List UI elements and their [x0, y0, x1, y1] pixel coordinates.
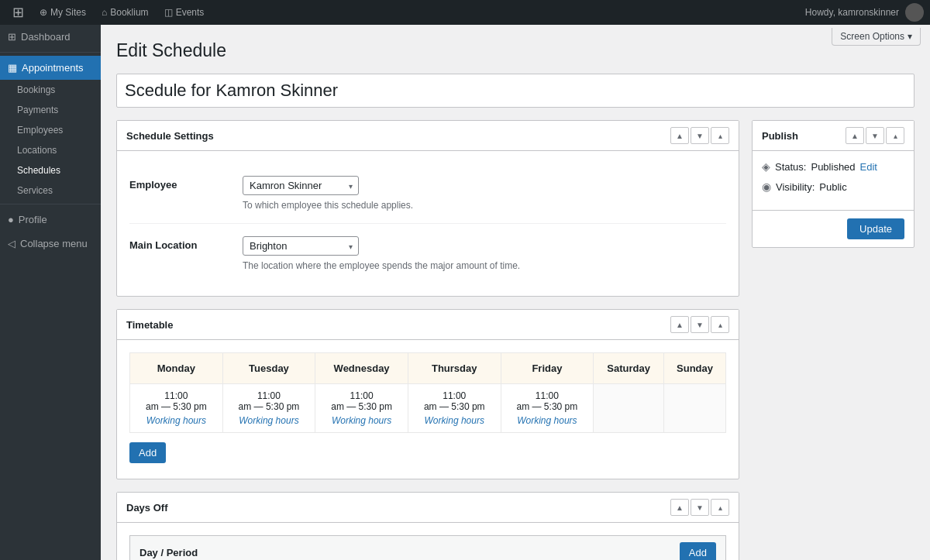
timetable-add-button[interactable]: Add	[129, 442, 166, 463]
monday-time: 11:00am — 5:30 pm	[136, 390, 216, 412]
days-off-header-row: Day / Period Add	[130, 536, 726, 561]
panel-minimize-button[interactable]: ▴	[711, 127, 729, 144]
friday-working-hours-link[interactable]: Working hours	[508, 415, 587, 426]
timetable-collapse-down-button[interactable]: ▼	[691, 316, 709, 333]
visibility-icon: ◉	[762, 180, 771, 193]
days-off-table: Day / Period Add No items found	[129, 535, 726, 560]
location-select-wrapper: Brighton London Manchester ▾	[243, 236, 359, 256]
employee-hint: To which employee this schedule applies.	[243, 200, 726, 211]
calendar-icon: ◫	[164, 7, 173, 18]
sidebar-item-bookings[interactable]: Bookings	[0, 80, 101, 100]
timetable-controls: ▲ ▼ ▴	[670, 316, 729, 333]
publish-footer: Update	[753, 210, 914, 247]
thursday-working-hours-link[interactable]: Working hours	[415, 415, 494, 426]
admin-bar-right: Howdy, kamronskinner	[805, 3, 924, 22]
panel-collapse-up-button[interactable]: ▲	[670, 127, 689, 144]
editor-layout: Schedule Settings ▲ ▼ ▴ Employee Kamro	[116, 120, 914, 560]
days-off-collapse-down-button[interactable]: ▼	[691, 499, 709, 516]
friday-time: 11:00am — 5:30 pm	[508, 390, 587, 412]
thursday-time: 11:00am — 5:30 pm	[415, 390, 494, 412]
day-sunday: Sunday	[664, 353, 726, 384]
friday-cell: 11:00am — 5:30 pm Working hours	[501, 384, 594, 433]
sidebar-divider-2	[0, 204, 101, 204]
employee-select-wrapper: Kamron Skinner ▾	[243, 176, 359, 195]
sidebar-item-dashboard[interactable]: ⊞ Dashboard	[0, 25, 101, 49]
monday-working-hours-link[interactable]: Working hours	[136, 415, 216, 426]
screen-options-button[interactable]: Screen Options ▾	[832, 28, 921, 46]
sidebar-item-profile[interactable]: ● Profile	[0, 208, 101, 232]
timetable-collapse-up-button[interactable]: ▲	[670, 316, 689, 333]
howdy-text: Howdy, kamronskinner	[805, 7, 899, 18]
publish-body: ◈ Status: Published Edit ◉ Visibility: P…	[753, 151, 914, 210]
visibility-label: Visibility:	[776, 181, 815, 193]
status-label: Status:	[775, 161, 806, 173]
sidebar-item-employees[interactable]: Employees	[0, 120, 101, 140]
days-off-controls: ▲ ▼ ▴	[670, 499, 729, 516]
sidebar-item-payments[interactable]: Payments	[0, 100, 101, 120]
wednesday-time: 11:00am — 5:30 pm	[322, 390, 401, 412]
days-off-collapse-up-button[interactable]: ▲	[670, 499, 689, 516]
publish-header: Publish ▲ ▼ ▴	[753, 121, 914, 151]
table-row: 11:00am — 5:30 pm Working hours 11:00am …	[130, 384, 726, 433]
tuesday-working-hours-link[interactable]: Working hours	[229, 415, 309, 426]
location-select[interactable]: Brighton London Manchester	[243, 236, 359, 256]
sidebar-divider	[0, 52, 101, 53]
status-edit-link[interactable]: Edit	[860, 161, 877, 173]
tuesday-cell: 11:00am — 5:30 pm Working hours	[222, 384, 315, 433]
update-button[interactable]: Update	[847, 218, 904, 239]
timetable-footer: Add	[129, 433, 726, 466]
timetable-minimize-button[interactable]: ▴	[711, 316, 729, 333]
events-menu[interactable]: ◫ Events	[158, 0, 211, 25]
sidebar-item-schedules[interactable]: Schedules	[0, 160, 101, 180]
employee-field: Kamron Skinner ▾ To which employee this …	[243, 176, 726, 211]
chevron-down-icon: ▾	[908, 31, 912, 42]
booklium-menu[interactable]: ⌂ Booklium	[95, 0, 155, 25]
timetable-panel: Timetable ▲ ▼ ▴ Monday Tuesday Wednes	[116, 309, 739, 479]
day-monday: Monday	[130, 353, 223, 384]
panel-collapse-down-button[interactable]: ▼	[691, 127, 709, 144]
publish-collapse-up-button[interactable]: ▲	[846, 127, 864, 144]
tuesday-time: 11:00am — 5:30 pm	[229, 390, 309, 412]
collapse-icon: ◁	[8, 238, 16, 249]
employee-select[interactable]: Kamron Skinner	[243, 176, 359, 195]
home-icon: ⌂	[102, 7, 107, 18]
days-off-header: Days Off ▲ ▼ ▴	[117, 493, 739, 523]
sidebar-item-locations[interactable]: Locations	[0, 140, 101, 160]
saturday-cell	[594, 384, 664, 433]
location-hint: The location where the employee spends t…	[243, 260, 726, 271]
editor-main: Schedule Settings ▲ ▼ ▴ Employee Kamro	[116, 120, 739, 560]
days-off-add-button[interactable]: Add	[680, 542, 716, 560]
day-saturday: Saturday	[594, 353, 664, 384]
wednesday-working-hours-link[interactable]: Working hours	[322, 415, 401, 426]
location-row: Main Location Brighton London Manchester…	[129, 223, 726, 283]
wp-logo[interactable]: ⊞	[6, 0, 30, 25]
status-icon: ◈	[762, 160, 770, 173]
day-period-column: Day / Period Add	[130, 536, 726, 561]
sidebar-item-collapse[interactable]: ◁ Collapse menu	[0, 232, 101, 256]
main-content: Edit Schedule Scedule for Kamron Skinner…	[101, 25, 930, 560]
timetable-header-row: Monday Tuesday Wednesday Thursday Friday…	[130, 353, 726, 384]
my-sites-menu[interactable]: ⊕ My Sites	[33, 0, 92, 25]
sidebar-item-services[interactable]: Services	[0, 180, 101, 201]
day-tuesday: Tuesday	[222, 353, 315, 384]
sites-icon: ⊕	[40, 7, 47, 18]
days-off-panel: Days Off ▲ ▼ ▴ Day / Period	[116, 492, 739, 560]
wednesday-cell: 11:00am — 5:30 pm Working hours	[315, 384, 408, 433]
wp-icon: ⊞	[12, 4, 24, 21]
sidebar-item-appointments[interactable]: ▦ Appointments	[0, 56, 101, 80]
thursday-cell: 11:00am — 5:30 pm Working hours	[408, 384, 501, 433]
day-wednesday: Wednesday	[315, 353, 408, 384]
screen-options-bar: Screen Options ▾	[822, 25, 930, 49]
days-off-minimize-button[interactable]: ▴	[711, 499, 729, 516]
location-label: Main Location	[129, 236, 230, 251]
day-friday: Friday	[501, 353, 594, 384]
publish-minimize-button[interactable]: ▴	[886, 127, 904, 144]
days-off-header-inner: Day / Period Add	[140, 542, 716, 560]
publish-controls: ▲ ▼ ▴	[846, 127, 904, 144]
publish-collapse-down-button[interactable]: ▼	[866, 127, 884, 144]
days-off-body: Day / Period Add No items found	[117, 523, 739, 560]
timetable-header: Timetable ▲ ▼ ▴	[117, 310, 739, 340]
schedule-title-input[interactable]: Scedule for Kamron Skinner	[116, 74, 914, 108]
schedule-settings-header: Schedule Settings ▲ ▼ ▴	[117, 121, 739, 151]
editor-sidebar: Publish ▲ ▼ ▴ ◈ Status: Published Edit	[752, 120, 914, 248]
